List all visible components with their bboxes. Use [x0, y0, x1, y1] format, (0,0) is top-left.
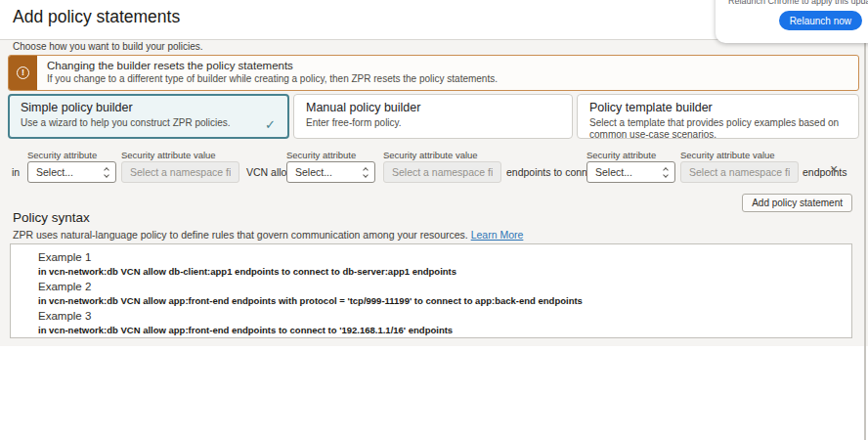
security-attribute-label: Security attribute	[27, 150, 97, 160]
example-label: Example 1	[38, 250, 842, 265]
security-attribute-value-label: Security attribute value	[680, 150, 775, 160]
remove-statement-icon[interactable]: ×	[830, 162, 838, 176]
chrome-update-popup: Relaunch Chrome to apply this update Rel…	[716, 0, 868, 43]
page-title: Add policy statements	[13, 7, 180, 27]
connector-endpoints: endpoints	[803, 166, 847, 178]
example-label: Example 2	[38, 280, 842, 294]
card-simple-policy-builder[interactable]: Simple policy builder Use a wizard to he…	[8, 94, 289, 139]
warning-body: Changing the builder resets the policy s…	[37, 56, 507, 90]
example-label: Example 3	[38, 309, 842, 324]
warning-banner: ! Changing the builder resets the policy…	[8, 55, 859, 91]
security-attribute-value-input-3[interactable]	[680, 161, 799, 183]
policy-syntax-title: Policy syntax	[13, 210, 90, 225]
select-stepper-icon	[105, 168, 108, 177]
example-statement: in vcn-network:db VCN allow app:front-en…	[38, 325, 842, 335]
select-stepper-icon	[664, 168, 668, 177]
card-description: Use a wizard to help you construct ZPR p…	[21, 117, 277, 129]
statement-prefix: in	[12, 166, 20, 178]
chrome-update-message: Relaunch Chrome to apply this update	[728, 0, 868, 6]
policy-syntax-description-text: ZPR uses natural-language policy to defi…	[13, 229, 468, 241]
check-icon: ✓	[265, 117, 276, 132]
security-attribute-select-3[interactable]: Select...	[586, 161, 675, 183]
example-statement: in vcn-network:db VCN allow db-client:ap…	[38, 266, 842, 277]
select-value: Select...	[595, 166, 632, 178]
policy-examples-box: Example 1 in vcn-network:db VCN allow db…	[10, 243, 852, 338]
security-attribute-select-2[interactable]: Select...	[286, 161, 375, 183]
relaunch-now-button[interactable]: Relaunch now	[779, 11, 862, 30]
select-stepper-icon	[364, 168, 368, 177]
select-value: Select...	[36, 166, 73, 178]
example-statement: in vcn-network:db VCN allow app:front-en…	[38, 295, 842, 306]
security-attribute-select-1[interactable]: Select...	[27, 161, 116, 183]
security-attribute-value-input-1[interactable]	[121, 161, 239, 183]
card-description: Select a template that provides policy e…	[589, 117, 846, 141]
learn-more-link[interactable]: Learn More	[471, 229, 524, 241]
warning-title: Changing the builder resets the policy s…	[47, 60, 498, 71]
builder-choice-hint: Choose how you want to build your polici…	[13, 41, 203, 52]
card-description: Enter free-form policy.	[306, 117, 560, 129]
security-attribute-value-input-2[interactable]	[383, 161, 501, 183]
policy-syntax-description: ZPR uses natural-language policy to defi…	[13, 229, 523, 241]
vertical-scrollbar[interactable]	[864, 42, 866, 440]
card-manual-policy-builder[interactable]: Manual policy builder Enter free-form po…	[293, 94, 573, 139]
card-title: Simple policy builder	[21, 101, 277, 114]
add-policy-statement-button[interactable]: Add policy statement	[742, 194, 852, 212]
warning-icon: !	[17, 66, 29, 79]
card-policy-template-builder[interactable]: Policy template builder Select a templat…	[577, 94, 859, 139]
card-title: Manual policy builder	[306, 101, 560, 114]
warning-description: If you change to a different type of bui…	[47, 73, 498, 84]
security-attribute-label: Security attribute	[586, 150, 656, 160]
security-attribute-value-label: Security attribute value	[383, 150, 478, 160]
security-attribute-value-label: Security attribute value	[121, 150, 216, 160]
security-attribute-label: Security attribute	[286, 150, 356, 160]
warning-accent-bar: !	[9, 56, 37, 90]
select-value: Select...	[295, 166, 332, 178]
card-title: Policy template builder	[589, 101, 846, 114]
